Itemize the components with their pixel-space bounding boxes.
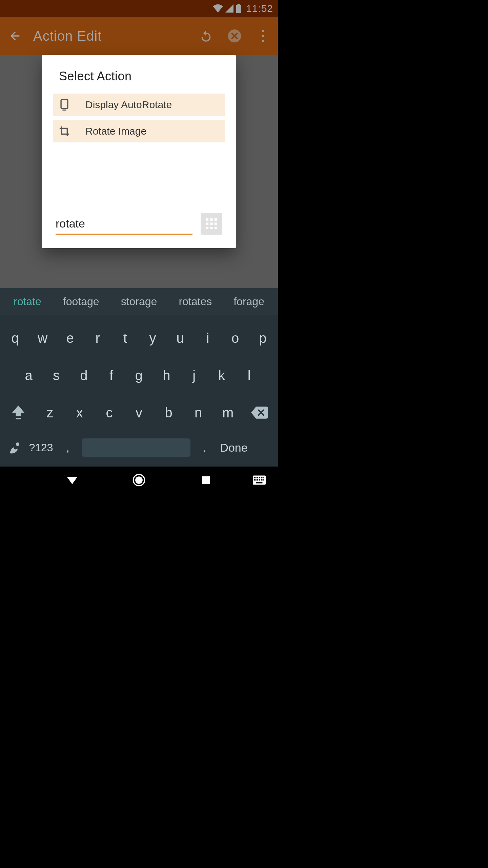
svg-rect-10 xyxy=(215,218,217,221)
svg-rect-20 xyxy=(202,476,210,484)
svg-rect-16 xyxy=(215,227,217,229)
nav-home-button[interactable] xyxy=(130,472,147,489)
suggestion[interactable]: forage xyxy=(233,295,264,308)
key-l[interactable]: l xyxy=(237,368,261,383)
svg-rect-29 xyxy=(259,479,260,480)
key-r[interactable]: r xyxy=(86,331,109,346)
suggestion[interactable]: footage xyxy=(63,295,99,308)
svg-rect-11 xyxy=(206,222,208,225)
phone-icon xyxy=(58,99,70,111)
svg-rect-14 xyxy=(206,227,208,229)
suggestion[interactable]: rotate xyxy=(14,295,41,308)
search-field-wrapper xyxy=(56,215,192,235)
svg-rect-30 xyxy=(261,479,262,480)
svg-rect-24 xyxy=(259,477,260,478)
svg-rect-26 xyxy=(263,477,264,478)
key-row-1: q w e r t y u i o p xyxy=(1,319,277,357)
done-key[interactable]: Done xyxy=(216,441,251,454)
period-key[interactable]: . xyxy=(195,441,214,454)
action-label: Display AutoRotate xyxy=(85,99,172,111)
key-row-3: z x c v b n m xyxy=(1,394,277,431)
input-switch-key[interactable] xyxy=(5,441,24,454)
search-input[interactable] xyxy=(56,215,192,235)
svg-rect-12 xyxy=(210,222,212,225)
shift-key[interactable] xyxy=(4,406,32,420)
key-c[interactable]: c xyxy=(97,405,121,420)
key-s[interactable]: s xyxy=(44,368,68,383)
action-rotate-image[interactable]: Rotate Image xyxy=(53,120,225,142)
svg-rect-9 xyxy=(210,218,212,221)
symbols-key[interactable]: ?123 xyxy=(26,441,56,454)
backspace-key[interactable] xyxy=(246,407,273,419)
key-m[interactable]: m xyxy=(216,405,240,420)
key-i[interactable]: i xyxy=(196,331,220,346)
key-o[interactable]: o xyxy=(223,331,247,346)
key-e[interactable]: e xyxy=(58,331,82,346)
navigation-bar xyxy=(0,467,278,494)
select-action-dialog: Select Action Display AutoRotate Rotate … xyxy=(42,55,236,248)
svg-rect-28 xyxy=(257,479,258,480)
key-b[interactable]: b xyxy=(157,405,181,420)
key-row-bottom: ?123 , . Done xyxy=(1,431,277,464)
key-y[interactable]: y xyxy=(141,331,165,346)
suggestion[interactable]: rotates xyxy=(179,295,212,308)
key-t[interactable]: t xyxy=(113,331,137,346)
key-v[interactable]: v xyxy=(127,405,151,420)
dialog-title: Select Action xyxy=(42,55,236,94)
soft-keyboard: rotate footage storage rotates forage q … xyxy=(0,288,278,467)
space-key[interactable] xyxy=(82,438,190,457)
nav-back-button[interactable] xyxy=(64,472,81,489)
key-x[interactable]: x xyxy=(68,405,92,420)
svg-point-19 xyxy=(135,476,143,484)
key-n[interactable]: n xyxy=(186,405,210,420)
key-k[interactable]: k xyxy=(210,368,233,383)
svg-rect-15 xyxy=(210,227,212,229)
key-g[interactable]: g xyxy=(127,368,151,383)
suggestion-bar: rotate footage storage rotates forage xyxy=(0,288,278,315)
nav-ime-button[interactable] xyxy=(251,472,268,489)
svg-rect-17 xyxy=(16,418,21,419)
key-a[interactable]: a xyxy=(17,368,41,383)
action-display-autorotate[interactable]: Display AutoRotate xyxy=(53,94,225,116)
svg-rect-23 xyxy=(257,477,258,478)
svg-rect-32 xyxy=(256,482,263,483)
crop-icon xyxy=(58,125,70,137)
action-list: Display AutoRotate Rotate Image xyxy=(42,94,236,213)
key-j[interactable]: j xyxy=(182,368,206,383)
svg-rect-22 xyxy=(254,477,256,478)
nav-recents-button[interactable] xyxy=(198,472,215,489)
action-label: Rotate Image xyxy=(85,125,146,137)
key-q[interactable]: q xyxy=(3,331,27,346)
svg-rect-27 xyxy=(254,479,256,480)
key-h[interactable]: h xyxy=(155,368,178,383)
svg-rect-8 xyxy=(206,218,208,221)
svg-rect-31 xyxy=(263,479,264,480)
comma-key[interactable]: , xyxy=(58,441,77,454)
suggestion[interactable]: storage xyxy=(121,295,157,308)
key-p[interactable]: p xyxy=(251,331,274,346)
svg-rect-6 xyxy=(61,99,68,108)
key-row-2: a s d f g h j k l xyxy=(1,357,277,394)
key-f[interactable]: f xyxy=(100,368,123,383)
svg-rect-25 xyxy=(261,477,262,478)
key-w[interactable]: w xyxy=(31,331,55,346)
key-d[interactable]: d xyxy=(72,368,96,383)
svg-rect-13 xyxy=(215,222,217,225)
grid-view-button[interactable] xyxy=(201,213,222,235)
key-u[interactable]: u xyxy=(168,331,192,346)
key-z[interactable]: z xyxy=(38,405,62,420)
